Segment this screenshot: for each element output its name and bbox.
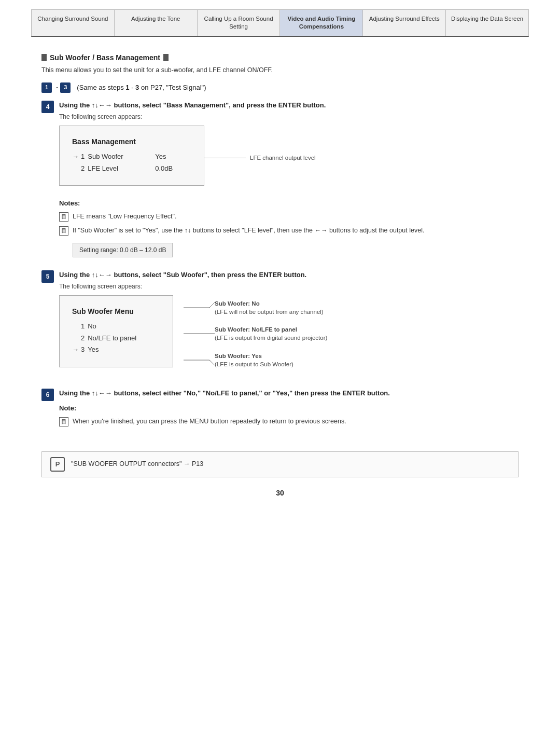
tab-video-audio-timing[interactable]: Video and Audio Timing Compensations xyxy=(280,10,363,36)
step-6-badge: 6 xyxy=(41,389,54,401)
item-value-subwoofer: Yes xyxy=(155,151,166,162)
section-heading: Sub Woofer / Bass Management xyxy=(41,52,519,63)
reference-box: P "SUB WOOFER OUTPUT connectors" → P13 xyxy=(41,451,519,477)
item-num-nolfe: 2 xyxy=(81,333,85,343)
page-number: 30 xyxy=(41,488,519,499)
step-6-title: Using the ↑↓←→ buttons, select either "N… xyxy=(59,388,519,398)
main-content: Sub Woofer / Bass Management This menu a… xyxy=(41,52,519,499)
note-icon-step6: 目 xyxy=(59,417,68,426)
step-5-row: 5 Using the ↑↓←→ buttons, select "Sub Wo… xyxy=(41,270,519,382)
tab-adjusting-tone[interactable]: Adjusting the Tone xyxy=(115,10,198,36)
annotation-nolfe-desc: (LFE is output from digital sound projec… xyxy=(215,335,327,341)
arrow-icon-yes: → xyxy=(72,345,79,355)
step-range-dash: - xyxy=(56,82,58,93)
note-label-step6: Note: xyxy=(59,403,519,414)
setting-range-box: Setting range: 0.0 dB – 12.0 dB xyxy=(73,243,173,257)
sub-woofer-menu-title: Sub Woofer Menu xyxy=(72,306,160,317)
nav-tabs: Changing Surround Sound Adjusting the To… xyxy=(31,9,529,37)
notes-label: Notes: xyxy=(59,198,519,209)
annotation-no-text: Sub Woofer: No (LFE will not be output f… xyxy=(215,299,324,316)
screen-item-subwoofer: → 1 Sub Woofer Yes xyxy=(72,151,191,162)
step-4-title: Using the ↑↓←→ buttons, select "Bass Man… xyxy=(59,100,519,111)
step-4-row: 4 Using the ↑↓←→ buttons, select "Bass M… xyxy=(41,100,519,264)
annotations-container: Sub Woofer: No (LFE will not be output f… xyxy=(184,295,327,368)
heading-decorator-left xyxy=(41,54,47,61)
note-step6: 目 When you're finished, you can press th… xyxy=(59,417,519,426)
note-1-text: LFE means "Low Frequency Effect". xyxy=(73,212,176,222)
item-label-yes: Yes xyxy=(88,345,99,355)
note-2-text: If "Sub Woofer" is set to "Yes", use the… xyxy=(73,226,424,236)
ref-icon: P xyxy=(50,457,65,472)
ref-text: "SUB WOOFER OUTPUT connectors" → P13 xyxy=(71,459,203,469)
step-4-content: Using the ↑↓←→ buttons, select "Bass Man… xyxy=(59,100,519,264)
item-label-lfe: LFE Level xyxy=(88,163,145,174)
section-desc: This menu allows you to set the unit for… xyxy=(41,65,519,75)
step-range-label: (Same as steps 1 - 3 on P27, "Test Signa… xyxy=(77,82,206,93)
step-5-content: Using the ↑↓←→ buttons, select "Sub Woof… xyxy=(59,270,519,382)
step-6-row: 6 Using the ↑↓←→ buttons, select either … xyxy=(41,388,519,431)
note-1: 目 LFE means "Low Frequency Effect". xyxy=(59,212,519,222)
step-6-content: Using the ↑↓←→ buttons, select either "N… xyxy=(59,388,519,431)
section-title: Sub Woofer / Bass Management xyxy=(50,52,160,63)
item-num-no: 1 xyxy=(81,321,85,332)
annotation-no-desc: (LFE will not be output from any channel… xyxy=(215,309,324,315)
annotation-no: Sub Woofer: No (LFE will not be output f… xyxy=(184,299,327,316)
item-num-yes: 3 xyxy=(81,345,85,355)
screen-item-lfe: → 2 LFE Level 0.0dB xyxy=(72,163,191,174)
item-label-nolfe: No/LFE to panel xyxy=(88,333,136,343)
bass-management-screen: Bass Management → 1 Sub Woofer Yes → 2 L… xyxy=(59,126,204,186)
annotation-yes-desc: (LFE is output to Sub Woofer) xyxy=(215,361,293,367)
item-num-1: 1 xyxy=(81,151,85,162)
step-4-subtitle: The following screen appears: xyxy=(59,112,519,121)
bass-management-title: Bass Management xyxy=(72,136,191,147)
screen-item-no: → 1 No xyxy=(72,321,160,332)
lfe-annotation: LFE channel output level xyxy=(250,154,316,162)
step-5-subtitle: The following screen appears: xyxy=(59,282,519,291)
step-badge-3: 3 xyxy=(60,82,71,93)
screen-item-nolfe: → 2 No/LFE to panel xyxy=(72,333,160,343)
note-icon-1: 目 xyxy=(59,212,68,222)
arrow-icon-1: → xyxy=(72,151,79,162)
step-badge-1: 1 xyxy=(41,82,52,93)
setting-range-text: Setting range: 0.0 dB – 12.0 dB xyxy=(79,246,166,254)
annotation-yes: Sub Woofer: Yes (LFE is output to Sub Wo… xyxy=(184,352,327,368)
sub-woofer-screen-section: Sub Woofer Menu → 1 No → 2 No/LFE to pan… xyxy=(59,295,519,375)
step-5-title: Using the ↑↓←→ buttons, select "Sub Woof… xyxy=(59,270,519,280)
item-label-subwoofer: Sub Woofer xyxy=(88,151,145,162)
note-2: 目 If "Sub Woofer" is set to "Yes", use t… xyxy=(59,226,519,236)
step-4-badge: 4 xyxy=(41,101,54,113)
note-icon-2: 目 xyxy=(59,226,68,236)
tab-displaying-data-screen[interactable]: Displaying the Data Screen xyxy=(446,10,528,36)
note-step6-text: When you're finished, you can press the … xyxy=(73,417,346,426)
annotation-yes-text: Sub Woofer: Yes (LFE is output to Sub Wo… xyxy=(215,352,293,368)
heading-decorator-right xyxy=(163,54,169,61)
item-label-no: No xyxy=(88,321,96,332)
item-value-lfe: 0.0dB xyxy=(155,163,173,174)
annotation-nolfe: Sub Woofer: No/LFE to panel (LFE is outp… xyxy=(184,325,327,342)
item-num-2: 2 xyxy=(81,163,85,174)
sub-woofer-screen: Sub Woofer Menu → 1 No → 2 No/LFE to pan… xyxy=(59,295,173,367)
screen-item-yes: → 3 Yes xyxy=(72,345,160,355)
tab-calling-up-room[interactable]: Calling Up a Room Sound Setting xyxy=(198,10,281,36)
step-5-badge: 5 xyxy=(41,270,54,283)
annotation-nolfe-text: Sub Woofer: No/LFE to panel (LFE is outp… xyxy=(215,325,327,342)
annotation-no-title: Sub Woofer: No xyxy=(215,300,260,307)
svg-line-4 xyxy=(209,360,215,365)
step-range: 1 - 3 (Same as steps 1 - 3 on P27, "Test… xyxy=(41,82,519,93)
annotation-nolfe-title: Sub Woofer: No/LFE to panel xyxy=(215,326,297,333)
annotation-yes-title: Sub Woofer: Yes xyxy=(215,353,262,359)
svg-line-1 xyxy=(209,302,215,308)
tab-adjusting-surround-effects[interactable]: Adjusting Surround Effects xyxy=(363,10,446,36)
tab-changing-surround-sound[interactable]: Changing Surround Sound xyxy=(32,10,115,36)
